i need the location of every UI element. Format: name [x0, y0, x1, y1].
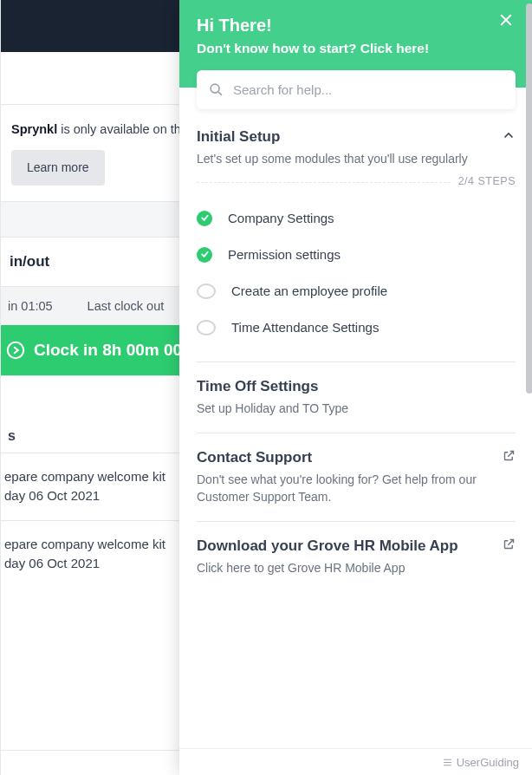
panel-subtitle[interactable]: Don't know how to start? Click here!: [197, 41, 516, 56]
clock-in-label: Clock in 8h 00m 00s: [34, 341, 191, 360]
section-time-off[interactable]: Time Off Settings Set up Holiday and TO …: [197, 361, 516, 433]
panel-content: Initial Setup Let's set up some modules …: [179, 109, 532, 748]
check-circle-icon: [197, 247, 212, 263]
learn-more-button[interactable]: Learn more: [11, 150, 105, 186]
close-button[interactable]: [498, 12, 514, 31]
checklist-item-label: Company Settings: [228, 211, 334, 225]
checklist-item-time-attendance[interactable]: Time Attendance Settings: [197, 309, 516, 346]
checklist-item-employee-profile[interactable]: Create an employee profile: [197, 273, 516, 309]
tasks-label: s: [8, 428, 16, 444]
section-subtitle: Click here to get Grove HR Mobile App: [197, 560, 458, 577]
section-toggle[interactable]: Initial Setup Let's set up some modules …: [197, 128, 516, 168]
section-contact-support[interactable]: Contact Support Don't see what you're lo…: [197, 433, 516, 521]
panel-footer: UserGuiding: [179, 748, 532, 775]
circle-icon: [197, 320, 216, 335]
userguiding-icon: [442, 757, 453, 768]
last-clock-in: in 01:05: [8, 299, 53, 313]
section-subtitle: Set up Holiday and TO Type: [197, 401, 348, 418]
close-icon: [498, 12, 514, 28]
circle-icon: [197, 283, 216, 299]
checklist-item-permission-settings[interactable]: Permission settings: [197, 237, 516, 273]
checklist-item-company-settings[interactable]: Company Settings: [197, 200, 516, 237]
checklist-item-label: Permission settings: [228, 247, 341, 262]
help-panel: Hi There! Don't know how to start? Click…: [179, 0, 532, 775]
search-input[interactable]: [197, 70, 516, 109]
section-subtitle: Don't see what you're looking for? Get h…: [197, 472, 503, 505]
section-download-app[interactable]: Download your Grove HR Mobile App Click …: [197, 521, 516, 593]
search-icon: [209, 82, 224, 97]
arrow-circle-icon: [6, 341, 25, 360]
checklist-item-label: Create an employee profile: [231, 283, 387, 298]
section-title: Initial Setup: [197, 128, 468, 146]
section-title: Time Off Settings: [197, 378, 348, 395]
promo-brand: Sprynkl: [11, 122, 57, 136]
section-title: Download your Grove HR Mobile App: [197, 537, 458, 555]
search-field[interactable]: [197, 70, 516, 109]
panel-greeting: Hi There!: [197, 16, 516, 36]
check-circle-icon: [197, 211, 212, 226]
svg-point-0: [8, 342, 23, 358]
scrollbar[interactable]: [526, 3, 532, 394]
footer-brand: UserGuiding: [457, 756, 519, 769]
checklist-item-label: Time Attendance Settings: [231, 320, 379, 335]
section-title: Contact Support: [197, 449, 503, 466]
external-link-icon: [503, 537, 516, 554]
section-initial-setup: Initial Setup Let's set up some modules …: [197, 128, 516, 361]
external-link-icon: [503, 449, 516, 466]
clock-inout-label: in/out: [10, 253, 49, 270]
last-clock-out: Last clock out: [88, 299, 165, 313]
svg-point-1: [211, 84, 219, 93]
steps-progress: 2/4 STEPS: [197, 182, 516, 195]
section-subtitle: Let's set up some modules that you'll us…: [197, 151, 468, 168]
chevron-up-icon: [502, 128, 516, 146]
